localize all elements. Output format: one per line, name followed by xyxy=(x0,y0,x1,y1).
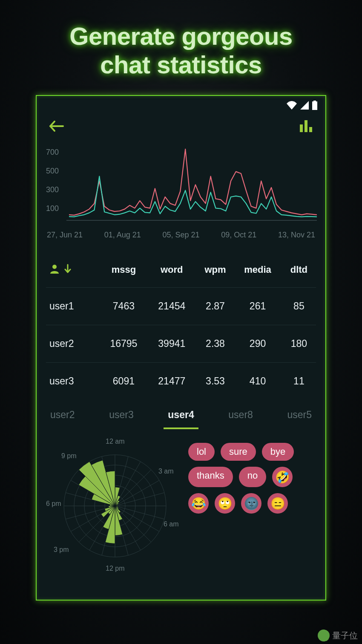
stats-table: mssg word wpm media dltd user17463214542… xyxy=(37,245,325,400)
svg-rect-0 xyxy=(312,101,317,110)
app-header xyxy=(37,112,325,138)
svg-rect-1 xyxy=(313,101,316,102)
sort-down-icon xyxy=(64,264,72,276)
device-frame: 700 500 300 100 27, Jun 21 01, Aug 21 05… xyxy=(36,95,326,601)
ytick-100: 100 xyxy=(46,204,59,213)
emoji-chip[interactable]: 🙄 xyxy=(215,493,235,514)
svg-point-6 xyxy=(52,265,57,269)
cell-signal-icon xyxy=(300,101,309,110)
svg-rect-2 xyxy=(300,124,303,132)
word-chip[interactable]: bye xyxy=(262,443,294,461)
cell-user: user2 xyxy=(46,338,98,349)
radial-label-3am: 3 am xyxy=(158,468,174,475)
tab-user5[interactable]: user5 xyxy=(283,406,316,429)
cell-word: 39941 xyxy=(149,338,195,349)
cell-dltd: 180 xyxy=(282,338,316,349)
cell-media: 261 xyxy=(236,300,279,312)
table-row[interactable]: user17463214542.8726185 xyxy=(46,288,316,325)
back-arrow-icon[interactable] xyxy=(49,120,64,134)
xtick-2: 05, Sep 21 xyxy=(162,231,199,240)
x-axis-ticks: 27, Jun 21 01, Aug 21 05, Sep 21 09, Oct… xyxy=(46,231,316,240)
word-chip[interactable]: thanks xyxy=(188,467,233,487)
svg-rect-3 xyxy=(305,120,307,132)
xtick-1: 01, Aug 21 xyxy=(104,231,141,240)
word-chips: lolsurebyethanksno🤣😂🙄🌚😑 xyxy=(188,437,316,573)
battery-icon xyxy=(312,101,318,110)
table-row[interactable]: user216795399412.38290180 xyxy=(46,325,316,363)
svg-line-16 xyxy=(115,480,159,506)
word-chip[interactable]: no xyxy=(239,467,266,487)
status-bar xyxy=(37,96,325,112)
cell-wpm: 3.53 xyxy=(197,375,234,387)
svg-line-19 xyxy=(115,506,164,519)
radial-label-6am: 6 am xyxy=(164,520,179,528)
stats-bars-icon[interactable] xyxy=(300,120,313,134)
radial-chart[interactable]: 12 am 3 am 6 am 12 pm 3 pm 6 pm 9 pm xyxy=(46,437,182,573)
col-mssg[interactable]: mssg xyxy=(101,264,147,275)
emoji-chip[interactable]: 🌚 xyxy=(241,493,261,514)
word-chip[interactable]: sure xyxy=(221,443,256,461)
tab-user3[interactable]: user3 xyxy=(105,406,138,429)
ytick-500: 500 xyxy=(46,167,59,175)
cell-mssg: 16795 xyxy=(101,338,147,349)
watermark: 量子位 xyxy=(318,630,358,641)
cell-dltd: 85 xyxy=(282,300,316,312)
tab-user4[interactable]: user4 xyxy=(164,406,198,429)
person-icon xyxy=(49,263,60,276)
user-tabs: user2user3user4user8user5 xyxy=(37,400,325,429)
xtick-0: 27, Jun 21 xyxy=(47,231,83,240)
radial-label-12am: 12 am xyxy=(106,438,124,445)
ytick-300: 300 xyxy=(46,185,59,194)
cell-user: user1 xyxy=(46,300,98,312)
col-user[interactable] xyxy=(46,263,98,276)
svg-rect-4 xyxy=(309,127,312,132)
hero-title: Generate gorgeous chat statistics xyxy=(0,22,362,79)
cell-wpm: 2.87 xyxy=(197,300,234,312)
line-chart[interactable]: 700 500 300 100 27, Jun 21 01, Aug 21 05… xyxy=(37,138,325,245)
hero-line1: Generate gorgeous xyxy=(0,22,362,51)
hero-line2: chat statistics xyxy=(0,51,362,79)
col-dltd[interactable]: dltd xyxy=(282,264,316,275)
xtick-4: 13, Nov 21 xyxy=(278,231,315,240)
xtick-3: 09, Oct 21 xyxy=(221,231,256,240)
radial-label-9pm: 9 pm xyxy=(61,452,77,460)
cell-mssg: 7463 xyxy=(101,300,147,312)
radial-label-12pm: 12 pm xyxy=(106,565,124,572)
col-wpm[interactable]: wpm xyxy=(197,264,234,275)
ytick-700: 700 xyxy=(46,148,59,156)
line-series-2 xyxy=(69,176,317,217)
col-word[interactable]: word xyxy=(149,264,195,275)
emoji-chip[interactable]: 😂 xyxy=(188,493,209,514)
radial-label-3pm: 3 pm xyxy=(54,546,69,554)
emoji-chip[interactable]: 🤣 xyxy=(272,467,293,487)
cell-media: 410 xyxy=(236,375,279,387)
cell-media: 290 xyxy=(236,338,279,349)
table-header[interactable]: mssg word wpm media dltd xyxy=(46,263,316,288)
tab-user8[interactable]: user8 xyxy=(224,406,257,429)
svg-line-17 xyxy=(115,493,164,506)
wifi-icon xyxy=(286,101,297,110)
cell-dltd: 11 xyxy=(282,375,316,387)
cell-word: 21454 xyxy=(149,300,195,312)
user-detail-section: 12 am 3 am 6 am 12 pm 3 pm 6 pm 9 pm lol… xyxy=(37,429,325,578)
cell-word: 21477 xyxy=(149,375,195,387)
wechat-bubble-icon xyxy=(318,630,330,641)
watermark-text: 量子位 xyxy=(332,630,358,641)
cell-wpm: 2.38 xyxy=(197,338,234,349)
table-row[interactable]: user36091214773.5341011 xyxy=(46,363,316,400)
col-media[interactable]: media xyxy=(236,264,279,275)
emoji-chip[interactable]: 😑 xyxy=(267,493,288,514)
cell-user: user3 xyxy=(46,375,98,387)
tab-user2[interactable]: user2 xyxy=(46,406,79,429)
radial-label-6pm: 6 pm xyxy=(46,500,61,508)
svg-line-15 xyxy=(115,470,151,506)
line-chart-svg: 700 500 300 100 xyxy=(46,141,317,226)
word-chip[interactable]: lol xyxy=(188,443,215,461)
cell-mssg: 6091 xyxy=(101,375,147,387)
